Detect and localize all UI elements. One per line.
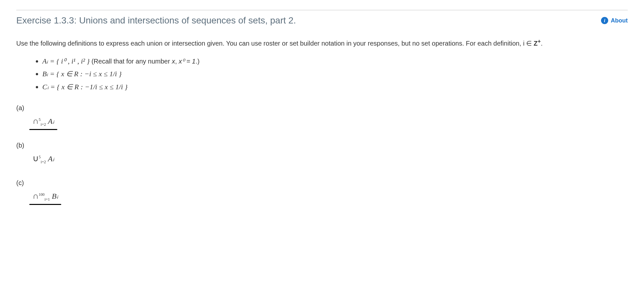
set-z-plus: + xyxy=(538,38,541,44)
set-z: Z xyxy=(534,40,538,47)
definition-c: Cᵢ = { x ∈ R : −1/i ≤ x ≤ 1/i } xyxy=(42,80,628,94)
part-b-label: (b) xyxy=(16,140,628,150)
definition-a: Aᵢ = { i⁰ , i¹ , i² } (Recall that for a… xyxy=(42,55,628,68)
part-a-expression: ∩5i=2 Aᵢ xyxy=(33,115,54,127)
part-b: (b) ∪5i=2 Aᵢ xyxy=(16,140,628,165)
def-b-expr: Bᵢ = { x ∈ R : −i ≤ x ≤ 1/i } xyxy=(42,70,122,78)
definitions-list: Aᵢ = { i⁰ , i¹ , i² } (Recall that for a… xyxy=(42,55,628,94)
def-c-expr: Cᵢ = { x ∈ R : −1/i ≤ x ≤ 1/i } xyxy=(42,83,128,91)
part-a-label: (a) xyxy=(16,103,628,113)
intro-text: Use the following definitions to express… xyxy=(16,40,534,47)
def-a-note: (Recall that for any number x, x⁰ = 1.) xyxy=(91,58,200,65)
info-icon: i xyxy=(601,17,608,24)
exercise-header: Exercise 1.3.3: Unions and intersections… xyxy=(16,10,628,27)
part-b-expression: ∪5i=2 Aᵢ xyxy=(33,152,54,165)
def-a-expr: Aᵢ = { i⁰ , i¹ , i² } xyxy=(42,57,90,65)
intro-period: . xyxy=(541,40,543,47)
about-label: About xyxy=(611,16,628,25)
part-c: (c) ∩100i=1 Bᵢ xyxy=(16,178,628,202)
exercise-title: Exercise 1.3.3: Unions and intersections… xyxy=(16,14,296,27)
part-c-label: (c) xyxy=(16,178,628,188)
about-button[interactable]: i About xyxy=(601,16,628,25)
intro-paragraph: Use the following definitions to express… xyxy=(16,37,628,48)
part-c-expression: ∩100i=1 Bᵢ xyxy=(33,190,58,202)
definition-b: Bᵢ = { x ∈ R : −i ≤ x ≤ 1/i } xyxy=(42,67,628,80)
part-a: (a) ∩5i=2 Aᵢ xyxy=(16,103,628,127)
